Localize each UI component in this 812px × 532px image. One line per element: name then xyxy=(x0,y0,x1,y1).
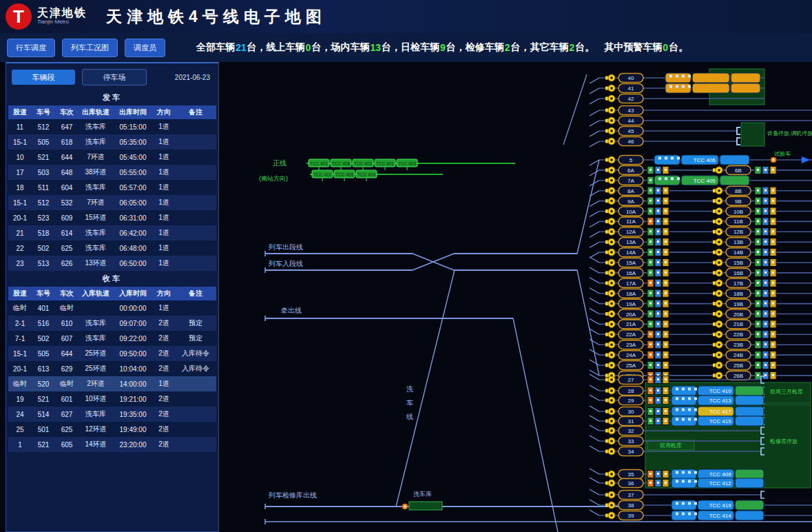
table-row[interactable]: 1750364838环道05:55:001道 xyxy=(8,165,216,180)
table-cell: 502 xyxy=(32,335,55,342)
train-window xyxy=(682,398,685,400)
icon-glyph xyxy=(649,420,652,422)
table-row[interactable]: 15-150564425环道09:50:002道入库待令 xyxy=(8,346,216,361)
icon-glyph xyxy=(757,354,759,356)
train-car[interactable] xyxy=(654,155,680,165)
tab-depot[interactable]: 车辆段 xyxy=(12,70,75,85)
table-cell: 洗车库 xyxy=(79,318,113,328)
table-row[interactable]: 临时401临时00:00:001道 xyxy=(8,300,216,316)
table-row[interactable]: 7-1502607洗车库09:22:002道预定 xyxy=(8,331,216,346)
column-header: 出库时间 xyxy=(113,108,153,117)
train-car[interactable] xyxy=(735,407,764,416)
train-car[interactable] xyxy=(735,396,764,405)
train-car[interactable] xyxy=(731,83,760,93)
table-cell: 23:20:00 xyxy=(113,441,153,449)
train-car[interactable] xyxy=(692,73,729,83)
track-number: 16A xyxy=(626,270,636,276)
table-row[interactable]: 1952160110环道19:21:002道 xyxy=(8,391,216,407)
table-row[interactable]: 15-1505618洗车库05:35:001道 xyxy=(8,134,216,150)
table-row[interactable]: 105216447环道05:45:001道 xyxy=(8,150,216,165)
table-row[interactable]: 2351362613环道06:50:001道 xyxy=(8,256,216,271)
train-car[interactable] xyxy=(672,396,696,405)
track-end-bracket xyxy=(761,491,764,498)
status-label: 全部车辆 xyxy=(196,41,235,54)
icon-glyph xyxy=(757,230,759,232)
table-cell: 1道 xyxy=(153,243,175,253)
table-row[interactable]: 22502625洗车库06:48:001道 xyxy=(8,241,216,256)
track-line xyxy=(590,395,599,400)
toolbar-button-dispatch[interactable]: 行车调度 xyxy=(7,39,55,57)
train-car[interactable] xyxy=(735,386,764,396)
icon-glyph xyxy=(757,343,759,345)
icon-glyph xyxy=(665,313,667,315)
tab-parking[interactable]: 停车场 xyxy=(82,69,147,85)
table-cell: 512 xyxy=(32,199,55,207)
train-car[interactable] xyxy=(672,469,696,479)
table-row[interactable]: 临时520临时2环道14:00:001道 xyxy=(8,376,216,391)
icon-glyph xyxy=(764,241,767,243)
table-cell: 06:50:00 xyxy=(113,260,153,267)
train-car[interactable] xyxy=(720,155,749,165)
icon-glyph xyxy=(665,292,667,294)
signal-base xyxy=(713,271,716,274)
table-row[interactable]: 2550162512环道19:49:002道 xyxy=(8,422,216,437)
track-number: 18B xyxy=(733,291,743,297)
train-car[interactable] xyxy=(735,478,764,488)
track-line xyxy=(590,288,599,294)
table-row[interactable]: 20-152360915环道06:31:001道 xyxy=(8,210,216,225)
train-car[interactable] xyxy=(735,416,764,426)
toolbar-button-train-status[interactable]: 列车工况图 xyxy=(62,39,118,57)
track-number: 14A xyxy=(626,249,636,256)
table-row[interactable]: 24514627洗车库19:35:002道 xyxy=(8,407,216,422)
track-number: 45 xyxy=(628,128,634,134)
track-number: 33 xyxy=(628,438,634,444)
signal-base xyxy=(605,87,608,90)
table-row[interactable]: 11512647洗车库05:15:001道 xyxy=(8,119,216,134)
train-window xyxy=(682,75,685,78)
table-cell: 2道 xyxy=(153,364,175,374)
icon-glyph xyxy=(764,220,767,222)
train-car[interactable] xyxy=(720,176,749,185)
metro-electronic-map-app: T 天津地铁 Tianjin Metro 天津地铁4号线电子地图 行车调度 列车… xyxy=(0,0,812,532)
table-row[interactable]: 20-161362925环道10:04:002道入库待令 xyxy=(8,361,216,376)
signal-core xyxy=(610,323,613,325)
train-car[interactable] xyxy=(672,386,696,396)
table-row[interactable]: 15-15125327环道06:05:001道 xyxy=(8,195,216,210)
icon-glyph xyxy=(657,333,659,335)
table-cell: 514 xyxy=(32,411,55,418)
train-label: TCC 412 xyxy=(709,480,732,487)
icon-glyph xyxy=(764,313,767,315)
train-car[interactable] xyxy=(665,73,691,83)
table-row[interactable]: 21518614洗车库06:42:001道 xyxy=(8,225,216,241)
train-car[interactable] xyxy=(665,83,691,93)
toolbar-button-dispatcher[interactable]: 调度员 xyxy=(125,39,165,57)
table-row[interactable]: 18511604洗车库05:57:001道 xyxy=(8,180,216,195)
train-car[interactable] xyxy=(735,500,764,510)
icon-glyph xyxy=(649,313,652,315)
table-cell: 14:00:00 xyxy=(113,380,153,388)
signal-core xyxy=(610,292,613,295)
train-car[interactable] xyxy=(672,511,696,520)
train-car[interactable] xyxy=(692,83,729,93)
track-number: 12A xyxy=(626,229,636,235)
train-car[interactable] xyxy=(735,511,764,520)
table-row[interactable]: 152160514环道23:20:002道 xyxy=(8,437,216,452)
column-header: 方向 xyxy=(153,108,175,117)
tianjin-metro-logo-icon: T xyxy=(6,3,32,30)
mainline-train-id: TCC 404 xyxy=(357,172,375,177)
train-car[interactable] xyxy=(672,407,696,416)
table-row[interactable]: 2-1516610洗车库09:07:002道预定 xyxy=(8,316,216,331)
train-car[interactable] xyxy=(672,478,696,488)
depart-table: 股道车号车次出库轨道出库时间方向备注11512647洗车库05:15:001道1… xyxy=(8,105,216,271)
icon-glyph xyxy=(657,389,659,391)
icon-glyph xyxy=(657,364,659,366)
train-car[interactable] xyxy=(654,176,680,185)
status-suffix: 台。 xyxy=(669,41,688,54)
signal-core xyxy=(610,282,613,285)
train-car[interactable] xyxy=(672,416,696,426)
train-car[interactable] xyxy=(735,469,764,479)
train-car[interactable] xyxy=(672,500,696,510)
train-car[interactable] xyxy=(731,73,760,83)
test-car-label: 试验车 xyxy=(774,151,791,157)
table-cell: 10环道 xyxy=(79,394,113,404)
